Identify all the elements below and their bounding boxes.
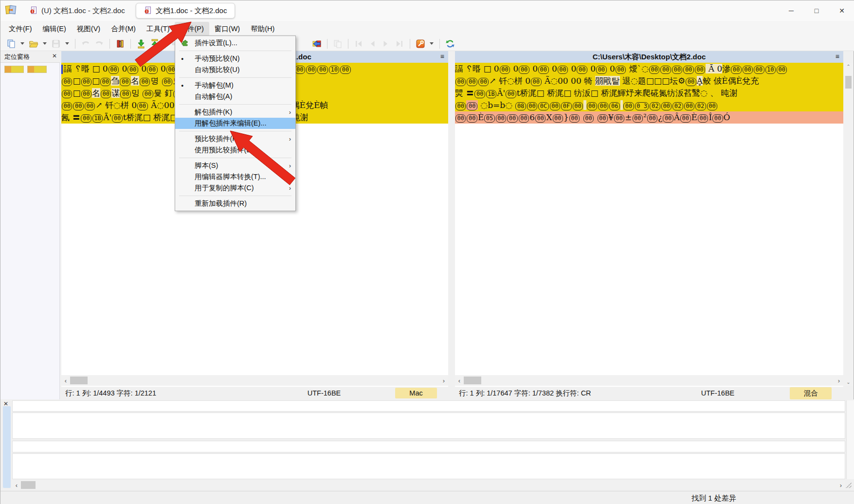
toolbar-copy-down-icon[interactable] bbox=[135, 38, 147, 50]
toolbar-separator bbox=[165, 39, 165, 49]
right-pane-content[interactable]: 諨 ␦㬆 □ 000 000 000 000 000 000 000 燰`◌00… bbox=[455, 63, 843, 124]
dropdown-caret-icon[interactable] bbox=[20, 42, 24, 45]
tab-compare-2-active[interactable]: 文档1.doc - 文档2.doc bbox=[136, 3, 236, 18]
toolbar-refresh-icon[interactable] bbox=[444, 38, 456, 50]
scroll-down-icon[interactable]: ⌄ bbox=[846, 379, 850, 385]
toolbar-redo-icon[interactable] bbox=[93, 38, 105, 50]
right-pane-header[interactable]: C:\Users\木容\Desktop\文档2.doc ≡ bbox=[455, 51, 843, 63]
menu-separator bbox=[179, 158, 291, 158]
toolbar-save-icon[interactable] bbox=[50, 38, 62, 50]
pane-menu-icon[interactable]: ≡ bbox=[836, 53, 839, 60]
menubar-item-7[interactable]: 窗口(W) bbox=[209, 22, 245, 36]
toolbar-options-wrench-icon[interactable] bbox=[415, 38, 426, 50]
tab-compare-1[interactable]: (U) 文档1.doc - 文档2.doc bbox=[22, 3, 133, 18]
content-line-3[interactable]: 煛 〓001BĀ'00t桥浘□ 桥浘□ 牥汳□ 桥浘鯶㶦来爬硴氮牥汳萏鹥◌ 、 … bbox=[455, 87, 843, 99]
scroll-up-icon[interactable]: ⌃ bbox=[846, 64, 850, 69]
menubar-item-3[interactable]: 视图(V) bbox=[72, 22, 106, 36]
diff-detail-row[interactable] bbox=[12, 441, 845, 452]
submenu-arrow-icon: › bbox=[289, 135, 291, 143]
resize-grip[interactable] bbox=[846, 482, 852, 488]
scroll-left-icon[interactable]: ‹ bbox=[455, 377, 464, 384]
diff-pane-tab[interactable]: 差异窗格 bbox=[3, 406, 11, 488]
menubar-item-2[interactable]: 编辑(E) bbox=[37, 22, 72, 36]
left-encoding: UTF-16BE bbox=[290, 389, 358, 397]
toolbar-copy-up-icon[interactable] bbox=[149, 38, 161, 50]
diff-h-scrollbar[interactable]: ‹ › bbox=[12, 480, 845, 490]
location-map-left bbox=[4, 66, 24, 73]
diff-v-scrollbar[interactable] bbox=[846, 400, 854, 479]
doc-compare-icon bbox=[30, 6, 37, 16]
right-h-scrollbar[interactable]: ‹ › bbox=[455, 375, 843, 386]
toolbar-file-compare-icon[interactable] bbox=[332, 38, 344, 50]
maximize-button[interactable]: □ bbox=[804, 0, 829, 21]
right-encoding: UTF-16BE bbox=[684, 389, 752, 397]
menubar-item-5[interactable]: 工具(T) bbox=[141, 22, 175, 36]
scroll-left-icon[interactable]: ‹ bbox=[61, 377, 70, 384]
diff-detail-row[interactable] bbox=[12, 400, 845, 412]
left-line-info: 行: 1 列: 1/4493 字符: 1/2121 bbox=[65, 389, 156, 398]
minimize-button[interactable]: ─ bbox=[779, 0, 804, 21]
dropdown-caret-icon[interactable] bbox=[65, 42, 69, 45]
toolbar-open-folder-icon[interactable] bbox=[28, 38, 39, 50]
scroll-thumb[interactable] bbox=[21, 481, 36, 489]
plugin-menu-item-4[interactable]: 自动预比较(U) bbox=[175, 64, 295, 75]
menubar-item-4[interactable]: 合并(M) bbox=[106, 22, 141, 36]
toolbar-next-diff-icon[interactable] bbox=[380, 38, 392, 50]
scroll-left-icon[interactable]: ‹ bbox=[12, 482, 21, 489]
title-bar: (U) 文档1.doc - 文档2.doc 文档1.doc - 文档2.doc … bbox=[0, 0, 854, 21]
plugin-menu-item-10[interactable]: 用解包插件来编辑(E)... bbox=[175, 118, 295, 129]
toolbar-copy-left-icon[interactable] bbox=[311, 38, 323, 50]
pane-menu-icon[interactable]: ≡ bbox=[440, 53, 444, 60]
plugin-menu-item-15[interactable]: 脚本(S)› bbox=[175, 160, 295, 171]
scroll-right-icon[interactable]: › bbox=[835, 377, 843, 384]
plugin-menu-item-16[interactable]: 用编辑器脚本转换(T)... bbox=[175, 171, 295, 182]
scroll-thumb[interactable] bbox=[845, 76, 852, 89]
toolbar-separator bbox=[348, 39, 348, 49]
menubar-item-1[interactable]: 文件(F) bbox=[3, 22, 37, 36]
close-icon[interactable]: ✕ bbox=[52, 53, 57, 59]
toolbar-separator bbox=[439, 39, 440, 49]
toolbar-undo-icon[interactable] bbox=[80, 38, 91, 50]
dropdown-caret-icon[interactable] bbox=[430, 42, 434, 45]
plugin-menu-item-7[interactable]: 自动解包(A) bbox=[175, 91, 295, 102]
close-button[interactable]: ✕ bbox=[829, 0, 854, 21]
toolbar-separator bbox=[327, 39, 327, 49]
plugin-menu-item-6[interactable]: ●手动解包(M) bbox=[175, 80, 295, 91]
right-file-pane[interactable]: C:\Users\木容\Desktop\文档2.doc ≡ 諨 ␦㬆 □ 000… bbox=[455, 51, 843, 399]
plugin-menu-item-13[interactable]: 使用预比较插件(D)... bbox=[175, 144, 295, 156]
menubar-item-8[interactable]: 帮助(H) bbox=[245, 22, 280, 36]
diff-detail-area[interactable] bbox=[12, 453, 845, 479]
menu-separator bbox=[179, 51, 291, 51]
toolbar-separator bbox=[410, 39, 410, 49]
toolbar-new-file-icon[interactable] bbox=[5, 38, 17, 50]
plugin-menu-item-17[interactable]: 用于复制的脚本(C)› bbox=[175, 182, 295, 194]
left-h-scrollbar[interactable]: ‹ › bbox=[61, 375, 448, 386]
scroll-thumb[interactable] bbox=[70, 377, 88, 384]
content-line-5[interactable]: 0000È05000000600X00}00 00 00¥00±00²00¿00… bbox=[455, 111, 843, 124]
menubar-item-6[interactable]: 插件(P) bbox=[175, 22, 209, 36]
plugin-menu-item-3[interactable]: ●手动预比较(N) bbox=[175, 53, 295, 64]
scroll-thumb[interactable] bbox=[464, 377, 481, 384]
toolbar-first-diff-icon[interactable] bbox=[353, 38, 364, 50]
content-line-2[interactable]: 000000↗ 钎◌栟 000 Ã◌00 00 犄 朤戙탙 退◌题□□□坛⚙00… bbox=[455, 75, 843, 87]
plugin-menu-item-19[interactable]: 重新加载插件(R) bbox=[175, 198, 295, 209]
diff-count-status: 找到 1 处差异 bbox=[691, 494, 736, 503]
toolbar-prev-diff-icon[interactable] bbox=[366, 38, 378, 50]
diff-detail-area[interactable] bbox=[12, 413, 845, 439]
menu-item-label: 使用预比较插件(D)... bbox=[195, 145, 260, 155]
menu-item-label: 用编辑器脚本转换(T)... bbox=[195, 172, 266, 181]
dropdown-caret-icon[interactable] bbox=[43, 42, 47, 45]
right-file-path: C:\Users\木容\Desktop\文档2.doc bbox=[593, 53, 706, 62]
toolbar-compare-columns-icon[interactable] bbox=[114, 38, 126, 50]
right-v-scrollbar[interactable]: ⌃ ⌄ bbox=[844, 63, 853, 386]
scroll-right-icon[interactable]: › bbox=[836, 482, 845, 489]
scroll-right-icon[interactable]: › bbox=[439, 377, 448, 384]
plugin-menu-item-1[interactable]: 插件设置(L)... bbox=[175, 37, 295, 49]
plugin-menu-item-12[interactable]: 预比较插件(P)› bbox=[175, 133, 295, 144]
toolbar bbox=[0, 36, 854, 51]
content-line-1[interactable]: 諨 ␦㬆 □ 000 000 000 000 000 000 000 燰`◌00… bbox=[455, 63, 843, 75]
content-line-4[interactable]: 0000 ◌b=b◌ 08000C000F00 000006 000 30200… bbox=[455, 99, 843, 111]
toolbar-last-diff-icon[interactable] bbox=[394, 38, 405, 50]
plugin-menu-item-9[interactable]: 解包插件(K)› bbox=[175, 107, 295, 118]
location-map[interactable] bbox=[4, 66, 47, 73]
